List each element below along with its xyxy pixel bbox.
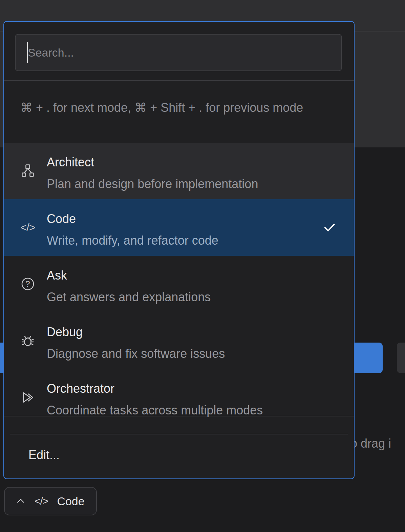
question-circle-icon: ? [20,277,35,291]
divider [4,80,354,81]
mode-title: Ask [47,268,317,283]
mode-title: Architect [47,155,317,170]
mode-item-ask[interactable]: ? Ask Get answers and explanations [4,256,354,312]
mode-title: Orchestrator [47,381,317,396]
bug-icon [20,333,35,348]
mode-description: Coordinate tasks across multiple modes [47,403,317,418]
svg-text:?: ? [25,279,30,288]
mode-title: Debug [47,325,317,340]
mode-text: Orchestrator Coordinate tasks across mul… [47,381,317,418]
mode-trigger-button[interactable]: </> Code [4,487,97,515]
mode-list: Architect Plan and design before impleme… [4,143,354,426]
mode-description: Plan and design before implementation [47,177,317,191]
mode-text: Code Write, modify, and refactor code [47,211,317,248]
search-box[interactable] [15,34,342,71]
mode-text: Architect Plan and design before impleme… [47,155,317,191]
divider [10,434,348,434]
type-hierarchy-icon [20,163,35,178]
mode-description: Diagnose and fix software issues [47,346,317,361]
check-icon [323,221,336,234]
edit-modes-item[interactable]: Edit... [4,441,354,471]
shortcut-hint: ⌘ + . for next mode, ⌘ + Shift + . for p… [20,98,318,118]
code-icon: </> [35,495,48,507]
mode-description: Write, modify, and refactor code [47,233,317,248]
secondary-action-button[interactable] [397,343,405,373]
edit-modes-label: Edit... [28,448,60,462]
mode-item-orchestrator[interactable]: Orchestrator Coordinate tasks across mul… [4,369,354,426]
mode-description: Get answers and explanations [47,290,317,305]
mode-item-code[interactable]: </> Code Write, modify, and refactor cod… [4,199,354,256]
chevron-up-icon [16,496,26,506]
search-input[interactable] [28,35,333,70]
mode-selector-popup: ⌘ + . for next mode, ⌘ + Shift + . for p… [3,21,355,479]
mode-item-debug[interactable]: Debug Diagnose and fix software issues [4,312,354,369]
code-icon: </> [20,220,35,235]
mode-text: Debug Diagnose and fix software issues [47,325,317,361]
mode-title: Code [47,211,317,226]
mode-text: Ask Get answers and explanations [47,268,317,305]
chat-placeholder-fragment: o drag i [350,436,391,451]
mode-item-architect[interactable]: Architect Plan and design before impleme… [4,143,354,199]
run-all-icon [20,390,35,405]
current-mode-label: Code [57,495,84,508]
